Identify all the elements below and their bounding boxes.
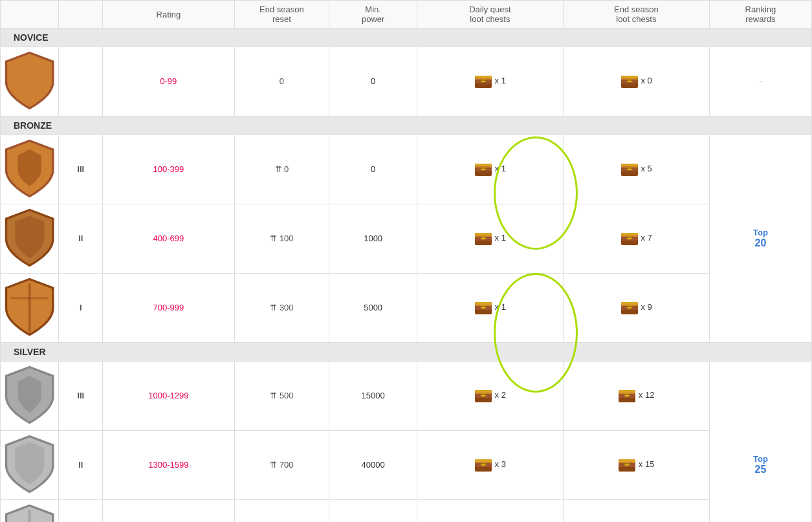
- end-season-reset: ⇈ 900: [234, 499, 329, 522]
- svg-rect-54: [621, 302, 638, 305]
- tier-mark: I: [59, 273, 103, 342]
- arrow-up-icon: ⇈: [270, 391, 277, 400]
- tier-mark: III: [59, 361, 103, 430]
- header-min-power: Min.power: [329, 1, 417, 28]
- chest-icon: [474, 233, 492, 243]
- end-season-loot-chests: x 9: [563, 273, 709, 342]
- svg-rect-3: [475, 76, 492, 78]
- section-header-silver: SILVER: [1, 342, 812, 361]
- svg-rect-68: [619, 390, 635, 393]
- end-season-loot-chests: x 12: [563, 361, 709, 430]
- daily-quest-loot-chests: x 4: [417, 499, 563, 522]
- tier-mark: II: [59, 204, 103, 273]
- section-header-bronze: BRONZE: [1, 116, 812, 135]
- end-season-reset: ⇈ 100: [234, 204, 329, 273]
- chest-count: x 1: [495, 76, 506, 85]
- rating-range: 100-399: [103, 135, 234, 204]
- header-daily-quest-loot: Daily questloot chests: [417, 1, 563, 28]
- shield-icon: [1, 204, 59, 273]
- end-season-reset: 0: [234, 47, 329, 116]
- chest-icon: [618, 390, 636, 400]
- min-power: 1000: [329, 204, 417, 273]
- min-power: 0: [329, 135, 417, 204]
- chest-count: x 0: [641, 76, 652, 85]
- end-season-loot-chests: x 0: [563, 47, 709, 116]
- end-season-reset: ⇈ 300: [234, 273, 329, 342]
- rating-range: 700-999: [103, 273, 234, 342]
- tier-mark: I: [59, 499, 103, 522]
- chest-icon: [474, 164, 492, 173]
- svg-rect-75: [475, 459, 492, 462]
- rating-range: 1300-1599: [103, 430, 234, 499]
- ranking-rewards: Top25: [709, 361, 811, 522]
- header-icon: [1, 1, 59, 28]
- chest-icon: [620, 76, 639, 85]
- end-season-loot-chests: x 5: [563, 135, 709, 204]
- tier-mark: II: [59, 430, 103, 499]
- chest-icon: [474, 302, 492, 312]
- svg-rect-31: [475, 233, 492, 235]
- ranking-number: 20: [755, 237, 767, 248]
- ranking-number: 25: [755, 464, 767, 475]
- header-end-season-loot: End seasonloot chests: [563, 1, 709, 28]
- min-power: 40000: [329, 430, 417, 499]
- table-row: 0-9900 x 1 x 0-: [1, 47, 812, 116]
- svg-rect-24: [621, 164, 638, 166]
- chest-count: x 7: [641, 233, 652, 243]
- min-power: 15000: [329, 361, 417, 430]
- daily-quest-loot-chests: x 1: [417, 135, 563, 204]
- ranking-top-label: Top: [753, 228, 768, 237]
- chest-count: x 9: [641, 302, 652, 312]
- header-end-season-reset: End seasonreset: [234, 1, 329, 28]
- chest-icon: [474, 76, 492, 85]
- svg-rect-82: [619, 459, 635, 462]
- chest-count: x 1: [495, 233, 506, 243]
- header-row: Rating End seasonreset Min.power Daily q…: [1, 1, 812, 28]
- svg-rect-47: [475, 302, 492, 305]
- ranking-rewards: Top20: [709, 135, 811, 342]
- min-power: 70000: [329, 499, 417, 522]
- table-row: III100-399⇈ 00 x 1 x 5Top20: [1, 135, 812, 204]
- chest-count: x 1: [495, 164, 506, 173]
- chest-count: x 5: [641, 164, 652, 173]
- shield-icon: [1, 361, 59, 430]
- league-table: Rating End seasonreset Min.power Daily q…: [0, 0, 812, 522]
- table-row: I700-999⇈ 3005000 x 1 x 9: [1, 273, 812, 342]
- end-season-reset: ⇈ 700: [234, 430, 329, 499]
- rating-range: 0-99: [103, 47, 234, 116]
- rating-range: 1600-1899: [103, 499, 234, 522]
- table-row: II1300-1599⇈ 70040000 x 3 x 15: [1, 430, 812, 499]
- header-tier: [59, 1, 103, 28]
- ranking-top-label: Top: [753, 454, 768, 464]
- arrow-up-icon: ⇈: [270, 460, 277, 470]
- end-season-loot-chests: x 7: [563, 204, 709, 273]
- svg-rect-10: [621, 76, 638, 78]
- shield-icon: [1, 430, 59, 499]
- min-power: 5000: [329, 273, 417, 342]
- chest-icon: [620, 164, 639, 173]
- chest-count: x 2: [495, 390, 506, 400]
- chest-count: x 15: [639, 459, 655, 469]
- arrow-up-icon: ⇈: [270, 303, 277, 312]
- shield-icon: [1, 273, 59, 342]
- header-ranking-rewards: Rankingrewards: [709, 1, 811, 28]
- daily-quest-loot-chests: x 3: [417, 430, 563, 499]
- arrow-up-icon: ⇈: [275, 164, 282, 174]
- chest-icon: [618, 459, 636, 469]
- end-season-reset: ⇈ 500: [234, 361, 329, 430]
- shield-icon: [1, 499, 59, 522]
- table-row: II400-699⇈ 1001000 x 1 x 7: [1, 204, 812, 273]
- min-power: 0: [329, 47, 417, 116]
- chest-icon: [620, 302, 639, 312]
- chest-count: x 12: [639, 390, 655, 400]
- daily-quest-loot-chests: x 1: [417, 273, 563, 342]
- daily-quest-loot-chests: x 1: [417, 47, 563, 116]
- shield-icon: [1, 135, 59, 204]
- svg-rect-38: [621, 233, 638, 235]
- tier-mark: [59, 47, 103, 116]
- chest-count: x 3: [495, 459, 506, 469]
- table-row: I1600-1899⇈ 90070000 x 4 x 18: [1, 499, 812, 522]
- chest-icon: [620, 233, 639, 243]
- end-season-loot-chests: x 18: [563, 499, 709, 522]
- svg-rect-17: [475, 164, 492, 166]
